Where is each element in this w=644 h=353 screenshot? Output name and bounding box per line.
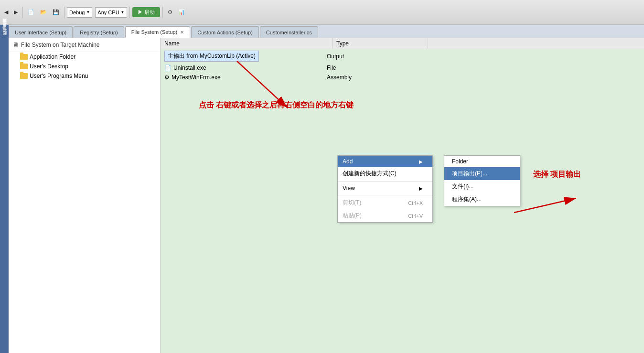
tab-file-system[interactable]: File System (Setup) ✕ [125, 26, 191, 38]
context-menu-sep2 [338, 195, 432, 195]
col-type-header: Type [333, 38, 428, 49]
file-list-header: Name Type [161, 38, 644, 49]
file-type-main-output: Output [327, 53, 422, 60]
debug-dropdown[interactable]: Debug ▼ [67, 7, 92, 18]
extra-btn1[interactable]: ⚙ [165, 8, 175, 17]
sidebar-label-1: 解决方案 [1, 25, 8, 29]
file-icon-uninstall: 📄 [164, 64, 172, 71]
file-name-uninstall: 📄 Uninstall.exe [164, 64, 327, 71]
debug-arrow: ▼ [86, 10, 90, 14]
file-row-uninstall[interactable]: 📄 Uninstall.exe File [161, 63, 644, 73]
file-icon-mytest: ⚙ [164, 74, 170, 81]
context-menu-sep1 [338, 181, 432, 182]
tab-custome-installer[interactable]: CustomeInstaller.cs [260, 26, 318, 38]
file-list: 主输出 from MyCustomLib (Active) Output 📄 U… [161, 49, 644, 82]
content-area: 🖥 File System on Target Machine Applicat… [9, 38, 644, 353]
start-btn[interactable]: ▶ 启动 [132, 7, 160, 17]
extra-btn2[interactable]: 📊 [176, 8, 187, 17]
sep2 [64, 7, 64, 18]
tab-user-interface[interactable]: User Interface (Setup) [9, 26, 73, 38]
toolbar: ◀ ▶ 📄 📂 💾 Debug ▼ Any CPU ▼ ▶ 启动 ⚙ 📊 [0, 0, 644, 25]
tab-custom-actions[interactable]: Custom Actions (Setup) [191, 26, 259, 38]
file-type-mytest: Assembly [327, 74, 422, 81]
context-menu: Add ▶ 创建新的快捷方式(C) View ▶ 剪切(T) Ctrl+X 粘贴 [337, 155, 433, 223]
context-menu-paste: 粘贴(P) Ctrl+V [338, 209, 432, 222]
folder-icon-programs [20, 73, 28, 79]
tree-item-application-folder[interactable]: Application Folder [9, 52, 160, 62]
right-panel: Name Type 主输出 from MyCustomLib (Active) … [161, 38, 644, 353]
computer-icon: 🖥 [12, 41, 19, 49]
sidebar-label-3: 属性 [1, 32, 8, 36]
context-menu-cut: 剪切(T) Ctrl+X [338, 196, 432, 209]
file-name-mytest: ⚙ MyTestWinFrm.exe [164, 74, 327, 81]
sep3 [129, 7, 130, 18]
cpu-label: Any CPU [97, 10, 119, 15]
context-menu-create-shortcut[interactable]: 创建新的快捷方式(C) [338, 167, 432, 180]
submenu-folder[interactable]: Folder [444, 156, 520, 167]
users-programs-menu-label: User's Programs Menu [30, 73, 88, 79]
sidebar-label-2: 工具箱 [1, 29, 8, 32]
tree-root: 🖥 File System on Target Machine [9, 38, 160, 52]
context-menu-add[interactable]: Add ▶ [338, 156, 432, 167]
left-sidebar: 解决方案 工具箱 属性 团队 [0, 25, 9, 353]
cpu-dropdown[interactable]: Any CPU ▼ [95, 7, 127, 18]
fwd-btn[interactable]: ▶ [11, 8, 20, 17]
file-row-mytest[interactable]: ⚙ MyTestWinFrm.exe Assembly [161, 73, 644, 82]
col-name-header: Name [161, 38, 333, 49]
tree-item-users-programs-menu[interactable]: User's Programs Menu [9, 71, 160, 81]
submenu-project-output[interactable]: 项目输出(P)... [444, 167, 520, 180]
submenu-file[interactable]: 文件(I)... [444, 180, 520, 193]
new-btn[interactable]: 📄 [25, 8, 37, 17]
svg-line-3 [514, 198, 576, 213]
users-desktop-label: User's Desktop [30, 63, 68, 70]
context-menu-view[interactable]: View ▶ [338, 182, 432, 194]
cpu-arrow: ▼ [121, 10, 125, 14]
sidebar-label-4: 团队 [1, 36, 8, 40]
submenu: Folder 项目输出(P)... 文件(I)... 程序集(A)... [444, 155, 520, 206]
tab-bar: User Interface (Setup) Registry (Setup) … [9, 25, 644, 38]
debug-label: Debug [69, 10, 85, 15]
file-name-main-output: 主输出 from MyCustomLib (Active) [164, 51, 327, 62]
sep4 [162, 7, 163, 18]
annotation-text: 点击 右键或者选择之后再右侧空白的地方右键 [199, 100, 354, 110]
file-tree-panel: 🖥 File System on Target Machine Applicat… [9, 38, 161, 353]
file-type-uninstall: File [327, 64, 422, 71]
main-area: User Interface (Setup) Registry (Setup) … [9, 25, 644, 353]
close-tab-icon[interactable]: ✕ [180, 30, 184, 35]
add-submenu-arrow: ▶ [419, 159, 423, 164]
tree-root-label: File System on Target Machine [21, 42, 100, 48]
tab-registry[interactable]: Registry (Setup) [74, 26, 124, 38]
folder-icon-desktop [20, 64, 28, 69]
submenu-assembly[interactable]: 程序集(A)... [444, 193, 520, 206]
back-btn[interactable]: ◀ [2, 8, 11, 17]
save-btn[interactable]: 💾 [50, 8, 62, 17]
file-row-main-output[interactable]: 主输出 from MyCustomLib (Active) Output [161, 49, 644, 63]
annotation-label-2: 选择 项目输出 [533, 170, 581, 180]
sep1 [22, 7, 23, 18]
tree-item-users-desktop[interactable]: User's Desktop [9, 62, 160, 71]
folder-icon-application [20, 54, 28, 60]
open-btn[interactable]: 📂 [38, 8, 49, 17]
application-folder-label: Application Folder [30, 53, 75, 60]
view-submenu-arrow: ▶ [419, 186, 423, 191]
